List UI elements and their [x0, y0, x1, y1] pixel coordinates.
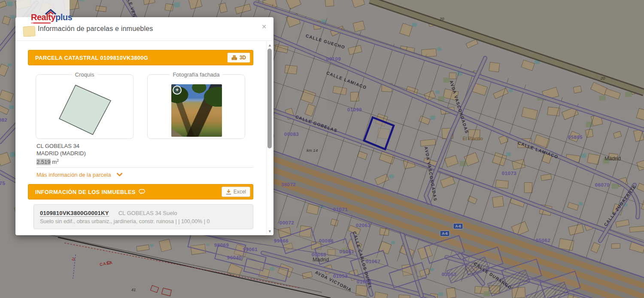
inmueble-detail: Suelo sin edif., obras urbaniz., jardine… [40, 218, 247, 224]
parcel-area: 2.519 m2 [36, 157, 273, 166]
croquis-label: Croquis [72, 71, 97, 78]
address-line-1: CL GOBELAS 34 [36, 142, 273, 150]
comment-icon[interactable] [139, 189, 146, 195]
section-divider [36, 167, 253, 168]
modal-scrollbar[interactable]: ▲ ▼ [266, 41, 273, 235]
zoom-in-icon[interactable]: + [173, 86, 182, 95]
document-icon [23, 26, 35, 37]
inmuebles-section-title: INFORMACIÓN DE LOS INMUEBLES [35, 189, 136, 195]
more-parcel-info-label: Más información de la parcela [36, 172, 111, 178]
export-excel-label: Excel [234, 189, 246, 195]
facade-photo: + [171, 84, 222, 137]
parcel-address-block: CL GOBELAS 34 MADRID (MADRID) 2.519 m2 [36, 142, 273, 166]
parcel-section-header: PARCELA CATASTRAL 0109810VK3800G 3D [28, 50, 253, 65]
export-excel-button[interactable]: Excel [222, 187, 250, 197]
cubes-3d-icon [231, 55, 237, 60]
cadastral-ref-link[interactable]: 0109810VK3800G0001KY [40, 210, 109, 217]
view-3d-button[interactable]: 3D [227, 52, 250, 63]
croquis-sketch [36, 75, 133, 138]
app-stage: A-6A-6 CALLE GUECHOCALLE LAMIACOCALLE LA… [0, 0, 644, 298]
modal-title: Información de parcelas e inmuebles [38, 25, 153, 33]
view-3d-label: 3D [240, 55, 246, 61]
scroll-down-arrow-icon[interactable]: ▼ [267, 229, 273, 233]
realtyplus-logo: Realtyplus [31, 13, 72, 24]
logo-house-icon [45, 9, 57, 15]
close-icon[interactable]: ✕ [261, 23, 267, 30]
scrollbar-thumb[interactable] [267, 49, 272, 148]
logo-tagline [31, 22, 51, 24]
parcel-media-panels: Croquis Fotografía fachada + [36, 74, 273, 139]
inmueble-address: CL GOBELAS 34 Suelo [118, 210, 177, 216]
parcel-info-modal: Información de parcelas e inmuebles ✕ PA… [15, 17, 273, 235]
scroll-up-arrow-icon[interactable]: ▲ [267, 43, 273, 47]
logo-text-plus: plus [55, 12, 72, 22]
area-unit: m2 [52, 159, 59, 165]
address-line-2: MADRID (MADRID) [36, 150, 273, 157]
inmueble-row[interactable]: 0109810VK3800G0001KYCL GOBELAS 34 Suelo … [33, 204, 253, 229]
facade-photo-panel: Fotografía fachada + [147, 74, 245, 139]
croquis-panel: Croquis [36, 74, 134, 139]
facade-photo-label: Fotografía fachada [170, 71, 222, 78]
chevron-down-icon[interactable] [117, 173, 122, 177]
inmuebles-section-header: INFORMACIÓN DE LOS INMUEBLES Excel [28, 184, 253, 200]
download-icon [226, 189, 231, 195]
more-parcel-info-link[interactable]: Más información de la parcela [36, 172, 273, 178]
area-value: 2.519 [36, 159, 51, 165]
parcel-section-title: PARCELA CATASTRAL 0109810VK3800G [35, 55, 148, 61]
